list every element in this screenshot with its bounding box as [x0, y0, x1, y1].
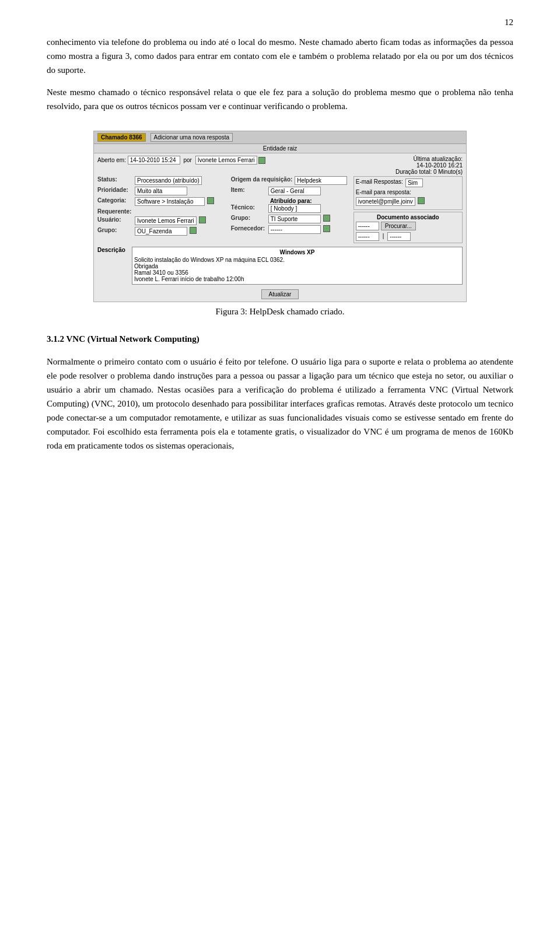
page-number: 12: [505, 17, 513, 27]
desc-line1: Solicito instalação do Windows XP na máq…: [134, 257, 460, 263]
duration-label: Duração total: 0 Minuto(s): [396, 169, 463, 175]
paragraph-1: conhecimento via telefone do problema ou…: [47, 35, 513, 77]
attributed-label: Atribuído para:: [231, 198, 351, 204]
email-sim: Sim: [405, 178, 423, 187]
priority-row: Prioridade: Muito alta: [97, 187, 229, 195]
email-value: ivonetel@pmjlle.joinv: [356, 197, 415, 206]
entity-title: Entidade raiz: [94, 144, 466, 153]
technician-row: Técnico: [ Nobody ]: [231, 204, 351, 213]
origin-value: Helpdesk: [295, 176, 347, 185]
category-row: Categoria: Software > Instalação: [97, 197, 229, 206]
doc-select1: ------: [356, 222, 379, 230]
doc-select2: ------: [356, 232, 379, 241]
technician-value: [ Nobody ]: [268, 204, 321, 213]
group-label: Grupo:: [97, 227, 132, 233]
email-para-row: E-mail para resposta:: [356, 189, 460, 195]
provider-label: Fornecedor:: [231, 225, 266, 232]
priority-value: Muito alta: [135, 187, 187, 195]
provider-value: ------: [268, 225, 321, 234]
user-field-icon: [199, 216, 206, 223]
category-value: Software > Instalação: [135, 197, 205, 206]
hd-col-left: Status: Processando (atribuído) Priorida…: [97, 176, 229, 243]
hd-col-right: E-mail Respostas: Sim E-mail para respos…: [354, 176, 463, 243]
status-value: Processando (atribuído): [135, 176, 202, 185]
email-respostas-label: E-mail Respostas:: [356, 178, 403, 185]
open-info: Aberto em: 14-10-2010 15:24 por Ivonete …: [97, 156, 265, 164]
description-section: Descrição Windows XP Solicito instalação…: [94, 247, 466, 287]
figure-caption: Figura 3: HelpDesk chamado criado.: [47, 307, 513, 317]
doc-section: Documento associado ------ Procurar... -…: [354, 212, 463, 243]
category-icon: [207, 197, 214, 204]
description-label: Descrição: [97, 247, 130, 285]
origin-row: Origem da requisição: Helpdesk: [231, 176, 351, 185]
open-label: Aberto em:: [97, 157, 126, 163]
desc-line4: Ivonete L. Ferrari início de trabalho 12…: [134, 276, 460, 282]
doc-select3: ------: [387, 232, 411, 241]
hd-col-mid: Origem da requisição: Helpdesk Item: Ger…: [231, 176, 351, 243]
status-label: Status:: [97, 176, 132, 183]
last-update-info: Última atualização: 14-10-2010 16:21 Dur…: [396, 156, 463, 175]
group2-label: Grupo:: [231, 215, 266, 221]
user-name: Ivonete Lemos Ferrari: [195, 156, 257, 164]
doc-fields-row: ------ Procurar...: [356, 222, 460, 230]
hd-columns: Status: Processando (atribuído) Priorida…: [94, 176, 466, 247]
email-value-row: ivonetel@pmjlle.joinv: [356, 197, 460, 206]
item-label: Item:: [231, 187, 266, 193]
desc-line3: Ramal 3410 ou 3356: [134, 269, 460, 276]
hd-top-row: Aberto em: 14-10-2010 15:24 por Ivonete …: [94, 153, 466, 176]
last-update-date: 14-10-2010 16:21: [396, 162, 463, 169]
paragraph-3: Normalmente o primeiro contato com o usu…: [47, 355, 513, 453]
doc-spacer: |: [381, 232, 386, 241]
helpdesk-screenshot: Chamado 8366 Adicionar uma nova resposta…: [93, 131, 467, 302]
email-section: E-mail Respostas: Sim E-mail para respos…: [354, 176, 463, 210]
group2-value: TI Suporte: [268, 215, 321, 223]
paragraph-2: Neste mesmo chamado o técnico responsáve…: [47, 85, 513, 113]
origin-label: Origem da requisição:: [231, 176, 293, 183]
group-icon: [190, 227, 197, 234]
figure-container: Chamado 8366 Adicionar uma nova resposta…: [47, 131, 513, 317]
technician-label: Técnico:: [231, 204, 266, 211]
group-value: OU_Fazenda: [135, 227, 187, 236]
hd-footer: Atualizar: [94, 287, 466, 302]
requester-label: Requerente:: [97, 208, 132, 215]
user-label: Usuário:: [97, 216, 132, 223]
description-box: Windows XP Solicito instalação do Window…: [132, 247, 463, 285]
email-icon: [418, 197, 425, 204]
update-button[interactable]: Atualizar: [261, 289, 299, 299]
add-response-button[interactable]: Adicionar uma nova resposta: [150, 133, 233, 142]
group2-icon: [323, 215, 330, 222]
doc-row2: ------ | ------: [356, 232, 460, 241]
chamado-badge: Chamado 8366: [97, 133, 146, 142]
main-content: conhecimento via telefone do problema ou…: [47, 35, 513, 453]
category-label: Categoria:: [97, 197, 132, 204]
requester-row: Requerente:: [97, 208, 229, 215]
user-row: Usuário: Ivonete Lemos Ferrari: [97, 216, 229, 225]
email-para-label: E-mail para resposta:: [356, 189, 411, 195]
provider-row: Fornecedor: ------: [231, 225, 351, 234]
group2-row: Grupo: TI Suporte: [231, 215, 351, 223]
user-field: Ivonete Lemos Ferrari: [135, 216, 197, 225]
email-respostas-row: E-mail Respostas: Sim: [356, 178, 460, 187]
os-title: Windows XP: [134, 249, 460, 255]
last-update-label: Última atualização:: [396, 156, 463, 162]
desc-line2: Obrigada: [134, 263, 460, 269]
item-value: Geral - Geral: [268, 187, 321, 195]
group-row: Grupo: OU_Fazenda: [97, 227, 229, 236]
section-heading: 3.1.2 VNC (Virtual Network Computing): [47, 334, 513, 344]
open-date: 14-10-2010 15:24: [128, 156, 180, 164]
provider-icon: [323, 225, 330, 232]
procurar-button[interactable]: Procurar...: [381, 222, 416, 230]
status-row: Status: Processando (atribuído): [97, 176, 229, 185]
priority-label: Prioridade:: [97, 187, 132, 193]
por-label: por: [183, 157, 191, 163]
item-row: Item: Geral - Geral: [231, 187, 351, 195]
hd-titlebar: Chamado 8366 Adicionar uma nova resposta: [94, 131, 466, 144]
doc-title: Documento associado: [356, 214, 460, 220]
user-icon: [258, 157, 265, 164]
